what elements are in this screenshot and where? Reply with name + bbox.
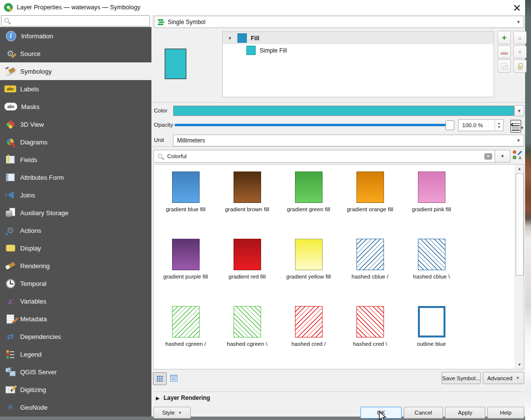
symbol-search-dropdown-button[interactable]: ▼ <box>495 150 510 163</box>
sidebar-item-diagrams[interactable]: Diagrams <box>0 133 151 151</box>
symbols-scrollbar[interactable]: ▲ ▼ <box>515 165 524 369</box>
spinner-arrows-icon[interactable]: ▲▼ <box>495 120 503 131</box>
geonode-icon: ✳ <box>4 401 16 413</box>
symbol-item[interactable]: gradient pink fill <box>401 171 462 239</box>
opacity-value: 100.0 % <box>459 122 483 128</box>
sidebar-item-variables[interactable]: εVariables <box>0 292 151 310</box>
cancel-button[interactable]: Cancel <box>404 407 443 419</box>
sidebar-item-rendering[interactable]: Rendering <box>0 257 151 275</box>
move-up-button[interactable]: ▲ <box>513 31 527 44</box>
icon-view-button[interactable] <box>153 372 167 385</box>
fields-icon <box>4 154 16 166</box>
scrollbar-thumb[interactable] <box>516 173 524 276</box>
save-symbol-button[interactable]: Save Symbol... <box>442 372 481 384</box>
ok-button[interactable]: OK <box>360 407 402 419</box>
tree-row-simple-fill[interactable]: Simple Fill <box>223 44 494 56</box>
symbol-item[interactable]: hashed cgreen / <box>155 306 216 373</box>
symbol-swatch <box>172 171 200 203</box>
symbol-item[interactable]: hashed cred / <box>278 306 339 373</box>
sidebar-item-source[interactable]: ⚙Source <box>0 45 151 62</box>
qgis-logo-icon <box>4 3 13 12</box>
symbol-item[interactable]: gradient orange fill <box>339 171 401 239</box>
sidebar-search-input[interactable] <box>1 15 150 27</box>
sidebar-item-temporal[interactable]: Temporal <box>0 275 151 292</box>
unit-label: Unit <box>154 137 164 143</box>
symbol-swatch <box>356 239 384 270</box>
sidebar-item-qgis-server[interactable]: QGIS Server <box>0 363 151 381</box>
sidebar-item-attributes-form[interactable]: Attributes Form <box>0 168 151 186</box>
symbol-item[interactable]: hashed cblue \ <box>401 239 462 306</box>
symbol-item[interactable]: hashed cblue / <box>339 239 401 306</box>
symbol-swatch <box>234 171 261 203</box>
symbol-search-input[interactable]: Colorful × <box>153 150 496 163</box>
layer-rendering-group[interactable]: ▶ Layer Rendering <box>153 392 523 404</box>
color-button[interactable] <box>173 106 514 116</box>
symbology-icon <box>4 65 16 77</box>
symbol-item[interactable]: gradient brown fill <box>216 171 278 239</box>
help-button[interactable]: Help <box>487 407 524 419</box>
symbol-item[interactable]: gradient yellow fill <box>278 239 339 306</box>
style-label: Style <box>162 410 175 416</box>
move-down-button[interactable]: ▼ <box>513 45 527 58</box>
advanced-button[interactable]: Advanced ▼ <box>483 372 524 384</box>
tree-row-fill[interactable]: ▼ Fill <box>223 32 494 44</box>
symbol-item[interactable]: gradient green fill <box>278 171 339 239</box>
sidebar-item-label: Masks <box>21 103 40 111</box>
duplicate-button[interactable] <box>498 59 511 73</box>
sidebar-item-3d-view[interactable]: 3D View <box>0 115 151 133</box>
sidebar-item-joins[interactable]: Joins <box>0 186 151 204</box>
sidebar-item-actions[interactable]: ⚙Actions <box>0 222 151 239</box>
sidebar-item-display[interactable]: Display <box>0 239 151 257</box>
labels-icon: abc <box>4 85 16 92</box>
symbol-swatch <box>418 306 445 337</box>
sidebar-item-information[interactable]: iInformation <box>0 27 151 45</box>
scroll-down-icon[interactable]: ▼ <box>515 361 524 369</box>
sidebar-item-dependencies[interactable]: ⇄Dependencies <box>0 328 151 345</box>
opacity-slider-handle[interactable] <box>445 120 454 130</box>
clear-search-icon[interactable]: × <box>484 153 492 160</box>
style-manager-icon[interactable]: a <box>512 150 522 160</box>
close-button[interactable] <box>510 1 523 14</box>
symbol-item[interactable]: gradient red fill <box>216 239 278 306</box>
apply-button[interactable]: Apply <box>445 407 485 419</box>
remove-symbol-layer-button[interactable]: ▬ <box>498 45 511 58</box>
sidebar-item-symbology[interactable]: Symbology <box>0 62 151 80</box>
symbol-label: gradient green fill <box>287 206 330 212</box>
grid-view-icon <box>156 375 163 382</box>
sidebar-item-masks[interactable]: abcMasks <box>0 98 151 115</box>
add-symbol-layer-button[interactable]: + <box>498 31 511 44</box>
lock-button[interactable] <box>513 59 527 73</box>
sidebar-item-metadata[interactable]: Metadata <box>0 310 151 328</box>
scroll-up-icon[interactable]: ▲ <box>515 165 524 173</box>
sidebar-item-labels[interactable]: abcLabels <box>0 80 151 98</box>
symbol-item[interactable]: hashed cred \ <box>339 306 401 373</box>
renderer-select[interactable]: Single Symbol ▼ <box>154 16 524 28</box>
symbol-item[interactable]: hashed cgreen \ <box>216 306 278 373</box>
data-defined-override-button[interactable] <box>510 120 521 133</box>
digitizing-icon <box>4 384 16 395</box>
list-view-button[interactable] <box>167 372 180 384</box>
unit-select[interactable]: Millimeters ▼ <box>173 135 524 146</box>
sidebar-item-label: 3D View <box>20 121 44 128</box>
style-menu-button[interactable]: Style ▼ <box>153 407 191 419</box>
symbol-item[interactable]: gradient purple fill <box>155 239 216 306</box>
sidebar-item-legend[interactable]: Legend <box>0 345 151 363</box>
symbol-item[interactable]: outline blue <box>401 306 462 373</box>
sidebar-item-digitizing[interactable]: Digitizing <box>0 381 151 398</box>
diagrams-icon <box>4 136 16 148</box>
window-title: Layer Properties — waterways — Symbology <box>17 4 140 11</box>
symbol-item[interactable]: gradient blue fill <box>155 171 216 239</box>
help-label: Help <box>500 410 512 416</box>
sidebar-item-auxiliary-storage[interactable]: Auxiliary Storage <box>0 204 151 222</box>
expander-icon[interactable]: ▼ <box>228 36 233 41</box>
sidebar-item-label: Variables <box>20 298 46 305</box>
advanced-label: Advanced <box>487 375 512 381</box>
opacity-slider-track[interactable] <box>175 124 454 126</box>
sidebar-item-geonode[interactable]: ✳GeoNode <box>0 398 151 416</box>
sidebar-item-fields[interactable]: Fields <box>0 151 151 168</box>
close-icon <box>513 4 521 11</box>
legend-icon <box>4 348 16 360</box>
color-dropdown-button[interactable]: ▼ <box>514 105 524 116</box>
symbol-swatch <box>234 306 261 337</box>
opacity-spinbox[interactable]: 100.0 % ▲▼ <box>458 119 503 131</box>
